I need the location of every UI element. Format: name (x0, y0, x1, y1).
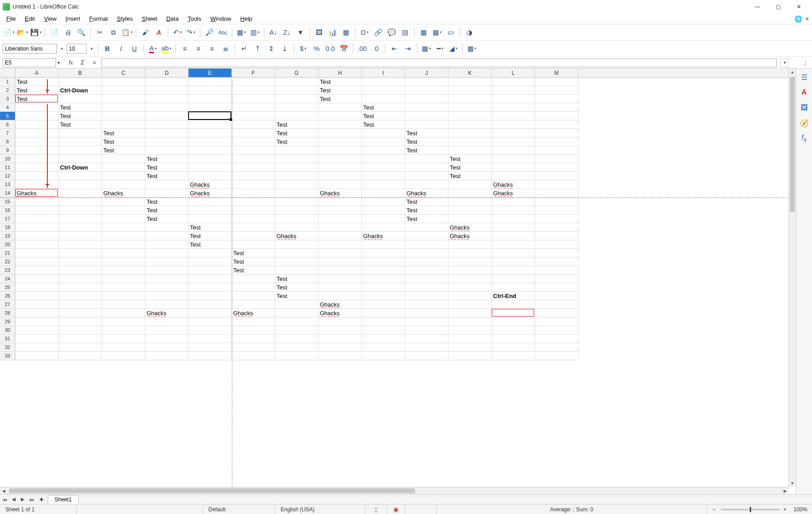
cell-K10[interactable]: Test (448, 155, 492, 163)
menu-sheet[interactable]: Sheet (138, 14, 161, 23)
vertical-scrollbar[interactable]: ▲ ▼ (789, 69, 796, 487)
sort-asc-button[interactable]: A↓ (268, 27, 279, 38)
cell-E28[interactable] (189, 309, 232, 317)
cell-A11[interactable] (15, 163, 59, 172)
cell-G27[interactable] (275, 300, 318, 309)
cell-B29[interactable] (59, 317, 102, 326)
cell-B16[interactable] (59, 206, 102, 215)
cell-I25[interactable] (362, 283, 405, 292)
cell-G26[interactable]: Test (275, 292, 318, 300)
cell-J14[interactable]: Ghacks (405, 189, 448, 197)
cell-D4[interactable] (145, 103, 189, 112)
cell-B26[interactable] (59, 292, 102, 300)
cell-E6[interactable] (189, 120, 232, 129)
zoom-in-button[interactable]: + (783, 506, 789, 513)
row-header-24[interactable]: 24 (0, 275, 15, 283)
cell-F25[interactable] (232, 283, 275, 292)
cell-F31[interactable] (232, 335, 275, 343)
cell-E14[interactable]: Ghacks (189, 189, 232, 197)
cell-B5[interactable]: Test (59, 112, 102, 120)
sidebar-functions-icon[interactable]: fx (798, 133, 810, 144)
cell-M29[interactable] (535, 317, 578, 326)
menu-file[interactable]: File (3, 14, 19, 23)
close-doc-icon[interactable]: ✕ (805, 16, 809, 22)
row-header-26[interactable]: 26 (0, 292, 15, 300)
special-char-button[interactable]: Ω (359, 27, 370, 38)
cell-J12[interactable] (405, 172, 448, 180)
cell-L9[interactable] (492, 146, 535, 155)
cell-L11[interactable] (492, 163, 535, 172)
cell-A4[interactable] (15, 103, 59, 112)
row-header-27[interactable]: 27 (0, 300, 15, 309)
name-box[interactable] (3, 58, 56, 67)
cell-B1[interactable] (59, 78, 102, 86)
cell-E13[interactable]: Ghacks (189, 180, 232, 189)
cell-G22[interactable] (275, 257, 318, 266)
hyperlink-button[interactable]: 🔗 (372, 27, 384, 38)
cell-J31[interactable] (405, 335, 448, 343)
cell-L14[interactable]: Ghacks (492, 189, 535, 197)
row-header-9[interactable]: 9 (0, 146, 15, 155)
cell-I7[interactable] (362, 129, 405, 138)
cell-D22[interactable] (145, 257, 189, 266)
cell-B21[interactable] (59, 249, 102, 257)
row-header-5[interactable]: 5 (0, 112, 15, 120)
cell-M5[interactable] (535, 112, 578, 120)
cell-M24[interactable] (535, 275, 578, 283)
show-draw-button[interactable]: ◑ (463, 27, 475, 38)
cell-B10[interactable] (59, 155, 102, 163)
cell-C25[interactable] (102, 283, 145, 292)
cell-K32[interactable] (448, 343, 492, 352)
cell-E20[interactable]: Test (189, 240, 232, 249)
print-preview-button[interactable]: 🔍 (75, 27, 87, 38)
cell-A12[interactable] (15, 172, 59, 180)
cell-I24[interactable] (362, 275, 405, 283)
cell-B24[interactable] (59, 275, 102, 283)
cell-L3[interactable] (492, 95, 535, 103)
cell-I19[interactable]: Ghacks (362, 232, 405, 240)
cell-I15[interactable] (362, 197, 405, 206)
cell-E7[interactable] (189, 129, 232, 138)
cell-M17[interactable] (535, 215, 578, 223)
cell-G11[interactable] (275, 163, 318, 172)
cell-M20[interactable] (535, 240, 578, 249)
cell-K16[interactable] (448, 206, 492, 215)
cell-D15[interactable]: Test (145, 197, 189, 206)
col-header-A[interactable]: A (15, 69, 59, 77)
cell-K33[interactable] (448, 352, 492, 360)
cell-H17[interactable] (318, 215, 362, 223)
save-button[interactable]: 💾 (30, 27, 42, 38)
cell-B3[interactable] (59, 95, 102, 103)
sidebar-gallery-icon[interactable]: 🖼 (798, 102, 810, 114)
cell-D23[interactable] (145, 266, 189, 275)
cell-M22[interactable] (535, 257, 578, 266)
border-style-button[interactable]: ━ (434, 43, 446, 55)
cell-K31[interactable] (448, 335, 492, 343)
cell-A32[interactable] (15, 343, 59, 352)
cell-I30[interactable] (362, 326, 405, 335)
col-header-I[interactable]: I (362, 69, 405, 77)
col-ops-button[interactable]: ▥ (249, 27, 261, 38)
cell-H2[interactable]: Test (318, 86, 362, 95)
col-header-G[interactable]: G (275, 69, 318, 77)
cell-B11[interactable]: Ctrl-Down (59, 163, 102, 172)
cell-B14[interactable] (59, 189, 102, 197)
cell-H8[interactable] (318, 138, 362, 146)
cell-E8[interactable] (189, 138, 232, 146)
cell-I22[interactable] (362, 257, 405, 266)
cell-A15[interactable] (15, 197, 59, 206)
spellcheck-button[interactable]: Abç (217, 27, 229, 38)
print-button[interactable]: 🖨 (62, 27, 74, 38)
cell-C14[interactable]: Ghacks (102, 189, 145, 197)
cell-F22[interactable]: Test (232, 257, 275, 266)
cell-E26[interactable] (189, 292, 232, 300)
cell-G30[interactable] (275, 326, 318, 335)
cell-A9[interactable] (15, 146, 59, 155)
cell-J1[interactable] (405, 78, 448, 86)
cell-F3[interactable] (232, 95, 275, 103)
status-style[interactable]: Default (203, 505, 275, 514)
row-header-22[interactable]: 22 (0, 257, 15, 266)
cell-E3[interactable] (189, 95, 232, 103)
cell-A8[interactable] (15, 138, 59, 146)
cell-I16[interactable] (362, 206, 405, 215)
